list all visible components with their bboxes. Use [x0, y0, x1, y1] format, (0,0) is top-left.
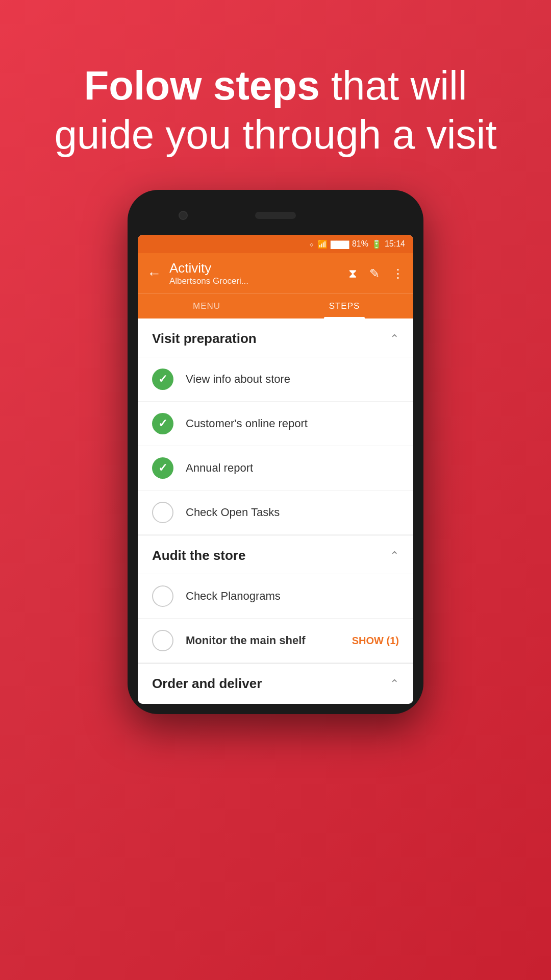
section-order-chevron[interactable]: ⌃ [390, 677, 399, 691]
step-view-info-label: View info about store [186, 373, 399, 386]
hero-bold-text: Folow steps [84, 63, 319, 108]
step-customer-report[interactable]: ✓ Customer's online report [138, 402, 413, 446]
phone-camera [179, 211, 188, 220]
checkbox-customer-report[interactable]: ✓ [152, 413, 173, 434]
step-check-tasks-label: Check Open Tasks [186, 506, 399, 519]
signal-icon: ▇▇▇ [331, 239, 349, 249]
section-visit-title: Visit preparation [152, 331, 257, 347]
hero-section: Folow steps that will guide you through … [0, 0, 551, 190]
step-customer-label: Customer's online report [186, 417, 399, 430]
section-order-title: Order and deliver [152, 676, 262, 692]
step-monitor-shelf[interactable]: Monitor the main shelf SHOW (1) [138, 619, 413, 663]
step-check-planograms[interactable]: Check Planograms [138, 574, 413, 619]
history-icon[interactable]: ⧗ [348, 266, 357, 281]
toolbar-right: ⧗ ✎ ⋮ [348, 266, 404, 281]
checkbox-view-info[interactable]: ✓ [152, 369, 173, 390]
section-audit-header[interactable]: Audit the store ⌃ [138, 535, 413, 574]
time-text: 15:14 [385, 239, 405, 249]
toolbar-main-title: Activity [169, 260, 248, 276]
status-icons: ⬦ 📶 ▇▇▇ 81% 🔋 15:14 [309, 239, 405, 249]
tab-menu[interactable]: MENU [138, 294, 276, 318]
checkbox-annual-report[interactable]: ✓ [152, 457, 173, 479]
back-button[interactable]: ← [147, 266, 161, 281]
section-audit-title: Audit the store [152, 548, 245, 564]
bluetooth-icon: ⬦ [309, 239, 314, 249]
checkbox-monitor-shelf[interactable] [152, 630, 173, 651]
step-check-tasks[interactable]: Check Open Tasks [138, 491, 413, 535]
phone-screen: ⬦ 📶 ▇▇▇ 81% 🔋 15:14 ← Activity Albertson… [138, 235, 413, 704]
toolbar-left: ← Activity Albertsons Groceri... [147, 260, 248, 286]
checkbox-check-tasks[interactable] [152, 502, 173, 523]
content-area: Visit preparation ⌃ ✓ View info about st… [138, 318, 413, 704]
check-icon: ✓ [158, 461, 167, 475]
step-monitor-label: Monitor the main shelf [186, 634, 340, 647]
step-view-info[interactable]: ✓ View info about store [138, 357, 413, 402]
section-visit-chevron[interactable]: ⌃ [390, 332, 399, 346]
edit-icon[interactable]: ✎ [369, 266, 380, 281]
section-audit-chevron[interactable]: ⌃ [390, 549, 399, 562]
hero-line2: guide you through a visit [54, 112, 496, 157]
more-options-icon[interactable]: ⋮ [392, 266, 404, 281]
phone-body: ⬦ 📶 ▇▇▇ 81% 🔋 15:14 ← Activity Albertson… [128, 190, 423, 714]
section-visit-preparation-header[interactable]: Visit preparation ⌃ [138, 318, 413, 357]
show-badge[interactable]: SHOW (1) [352, 635, 399, 647]
phone-device: ⬦ 📶 ▇▇▇ 81% 🔋 15:14 ← Activity Albertson… [0, 190, 551, 714]
phone-speaker [255, 212, 296, 219]
battery-text: 81% [352, 239, 368, 249]
checkbox-planograms[interactable] [152, 585, 173, 607]
check-icon: ✓ [158, 373, 167, 386]
battery-icon: 🔋 [371, 239, 382, 249]
check-icon: ✓ [158, 417, 167, 430]
hero-rest-text: that will [320, 63, 467, 108]
step-planograms-label: Check Planograms [186, 590, 399, 603]
phone-top-bar [138, 200, 413, 231]
section-order-header[interactable]: Order and deliver ⌃ [138, 664, 413, 704]
wifi-icon: 📶 [317, 239, 328, 249]
app-toolbar: ← Activity Albertsons Groceri... ⧗ ✎ ⋮ [138, 253, 413, 293]
status-bar: ⬦ 📶 ▇▇▇ 81% 🔋 15:14 [138, 235, 413, 253]
toolbar-title-block: Activity Albertsons Groceri... [169, 260, 248, 286]
toolbar-subtitle: Albertsons Groceri... [169, 276, 248, 286]
step-annual-label: Annual report [186, 461, 399, 475]
step-annual-report[interactable]: ✓ Annual report [138, 446, 413, 491]
tabs-bar: MENU STEPS [138, 293, 413, 318]
tab-steps[interactable]: STEPS [276, 294, 413, 318]
